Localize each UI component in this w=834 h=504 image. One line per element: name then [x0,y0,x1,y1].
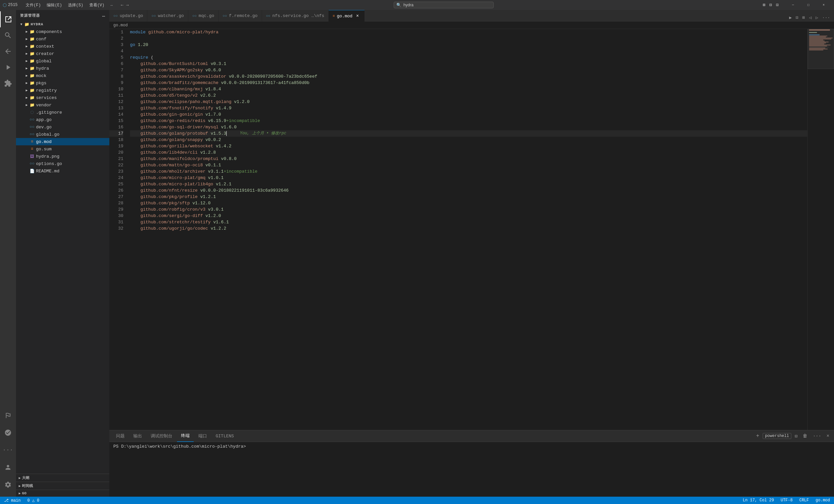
code-line-7: github.com/SkyAPM/go2sky v0.6.0 [130,67,807,73]
tab-nfs-service-go[interactable]: ○○ nfs.service.go …\nfs [262,10,329,22]
status-encoding[interactable]: UTF-8 [779,498,794,503]
activity-more-dots[interactable]: ··· [0,442,16,458]
sidebar-root[interactable]: ▼ 📁 HYDRA [16,21,109,28]
sidebar-item-global[interactable]: ▶ 📁 global [16,57,109,65]
nav-prev-button[interactable]: ◁ [808,14,813,22]
close-button[interactable]: × [816,0,831,10]
code-line-4 [130,48,807,54]
activity-test[interactable] [0,407,16,423]
status-position[interactable]: Ln 17, Col 29 [741,498,775,503]
trash-button[interactable]: 🗑 [801,433,809,439]
bottom-panel: 问题 输出 调试控制台 终端 端口 GITLENS + powershell ⊡… [109,430,834,497]
tab-icon: ○○ [151,14,156,18]
nav-next-button[interactable]: ▷ [814,14,820,22]
sidebar-item-pkgs[interactable]: ▶ 📁 pkgs [16,79,109,87]
run-button[interactable]: ▶ [788,14,793,22]
tab-f-remote-go[interactable]: ○○ f.remote.go [219,10,262,22]
panel-tab-debug[interactable]: 调试控制台 [147,430,176,442]
activity-account[interactable] [0,459,16,475]
panel-tab-actions: + powershell ⊡ 🗑 ··· × [754,432,831,440]
sidebar-item-go-mod[interactable]: ▶ ≡ go.mod [16,138,109,145]
menu-file[interactable]: 文件(F) [23,2,44,9]
activity-remote[interactable] [0,425,16,441]
close-panel-button[interactable]: × [825,433,831,439]
panel-tab-terminal[interactable]: 终端 [177,430,194,442]
activity-settings[interactable] [0,477,16,493]
code-line-17: github.com/golang/protobuf v1.5.3 You, 上… [130,130,807,137]
more-actions-button[interactable]: ··· [821,14,831,22]
tab-go-mod[interactable]: ≡ go.mod × [329,10,365,22]
activity-git[interactable] [0,43,16,59]
sidebar-item-global-go[interactable]: ▶ ○○ global.go [16,131,109,138]
menu-view[interactable]: 查看(V) [87,2,107,9]
outline-header[interactable]: ▶ 大纲 [16,474,109,482]
tab-close-button[interactable]: × [354,13,360,19]
status-branch[interactable]: ⎇ main [3,498,22,503]
sidebar-item-dev-go[interactable]: ▶ ○○ dev.go [16,123,109,131]
sidebar-item-gitignore[interactable]: ▶ ⬡ .gitignore [16,109,109,116]
activity-search[interactable] [0,27,16,43]
tab-mqc-go[interactable]: ○○ mqc.go [188,10,219,22]
search-bar: 🔍 [131,2,756,8]
sidebar-item-readme[interactable]: ▶ 📄 README.md [16,167,109,175]
sidebar-item-mock[interactable]: ▶ 📁 mock [16,72,109,79]
nav-forward[interactable]: → [126,3,129,8]
sidebar-item-registry[interactable]: ▶ 📁 registry [16,87,109,94]
sidebar-item-go-sum[interactable]: ▶ ≡ go.sum [16,145,109,153]
sidebar-item-conf[interactable]: ▶ 📁 conf [16,35,109,43]
sidebar-more[interactable]: … [102,13,105,18]
split-button[interactable]: ⊡ [794,14,800,22]
search-input[interactable] [394,2,494,8]
folder-icon: 📁 [29,66,35,71]
sidebar-item-hydra[interactable]: ▶ 📁 hydra [16,65,109,72]
panel-tab-problems[interactable]: 问题 [112,430,129,442]
new-terminal-button[interactable]: + [754,432,761,440]
status-line-ending[interactable]: CRLF [798,498,810,503]
code-line-11: github.com/d5/tengo/v2 v2.6.2 [130,92,807,98]
editor-content: 1 2 3 4 5 6 7 8 9 10 11 12 13 14 15 16 1 [109,29,834,430]
menu-more[interactable]: … [108,2,115,9]
toolbar-btn-2[interactable]: ⊟ [768,2,773,8]
status-language[interactable]: go.mod [814,498,831,503]
code-line-31: github.com/stretchr/testify v1.6.1 [130,219,807,225]
code-area[interactable]: module github.com/micro-plat/hydra go 1.… [126,29,807,430]
code-line-25: github.com/micro-plat/lib4go v1.2.1 [130,181,807,187]
activity-extensions[interactable] [0,75,16,91]
menu-select[interactable]: 选择(S) [65,2,86,9]
nav-back[interactable]: ← [121,3,123,8]
panel-more[interactable]: ··· [811,433,823,439]
panel-tab-gitlens[interactable]: GITLENS [212,430,238,442]
split-v-button[interactable]: ⊞ [801,14,806,22]
toolbar-btn-1[interactable]: ⊞ [762,2,767,8]
sidebar-item-components[interactable]: ▶ 📁 components [16,28,109,35]
activity-explorer[interactable] [0,11,16,27]
timeline-label: 时间线 [22,483,33,488]
tab-label: watcher.go [158,13,184,18]
maximize-button[interactable]: □ [801,0,816,10]
folder-icon: 📁 [29,29,35,34]
tab-icon: ○○ [192,14,197,18]
split-terminal-button[interactable]: ⊡ [793,433,799,440]
sidebar-tree: ▼ 📁 HYDRA ▶ 📁 components ▶ 📁 conf ▶ 📁 co… [16,21,109,474]
sidebar-item-app-go[interactable]: ▶ ○○ app.go [16,116,109,123]
sidebar-item-options-go[interactable]: ▶ ○○ options.go [16,160,109,167]
tab-watcher-go[interactable]: ○○ watcher.go [147,10,188,22]
sidebar-item-creator[interactable]: ▶ 📁 creator [16,50,109,57]
activity-run[interactable] [0,59,16,75]
timeline-header[interactable]: ▶ 时间线 [16,482,109,490]
tab-bar: ○○ update.go ○○ watcher.go ○○ mqc.go ○○ … [109,10,834,22]
panel-tab-ports[interactable]: 端口 [194,430,211,442]
menu-edit[interactable]: 编辑(E) [44,2,65,9]
png-file-icon: 🖼 [29,154,35,159]
status-errors[interactable]: 0 △ 0 [26,498,41,503]
sidebar-item-context[interactable]: ▶ 📁 context [16,43,109,50]
sum-file-icon: ≡ [29,146,35,152]
sidebar-item-vendor[interactable]: ▶ 📁 vendor [16,101,109,109]
go-section-header[interactable]: ▶ GO [16,490,109,497]
toolbar-btn-3[interactable]: ⊡ [775,2,780,8]
minimize-button[interactable]: ─ [785,0,801,10]
sidebar-item-hydra-png[interactable]: ▶ 🖼 hydra.png [16,153,109,160]
panel-tab-output[interactable]: 输出 [129,430,146,442]
sidebar-item-services[interactable]: ▶ 📁 services [16,94,109,101]
tab-update-go[interactable]: ○○ update.go [109,10,147,22]
